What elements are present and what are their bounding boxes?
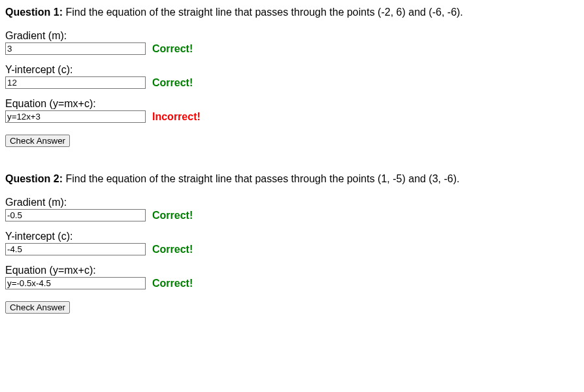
equation-feedback: Correct! bbox=[152, 278, 193, 289]
question-1-title: Question 1: Find the equation of the str… bbox=[5, 7, 579, 18]
gradient-field-group: Gradient (m): Correct! bbox=[5, 30, 579, 55]
equation-field-group: Equation (y=mx+c): Incorrect! bbox=[5, 98, 579, 123]
gradient-field-group: Gradient (m): Correct! bbox=[5, 197, 579, 221]
gradient-input[interactable] bbox=[5, 42, 146, 55]
intercept-field-group: Y-intercept (c): Correct! bbox=[5, 231, 579, 255]
gradient-feedback: Correct! bbox=[152, 43, 193, 55]
intercept-feedback: Correct! bbox=[152, 244, 193, 255]
equation-input[interactable] bbox=[5, 277, 146, 289]
equation-feedback: Incorrect! bbox=[152, 111, 201, 123]
gradient-input[interactable] bbox=[5, 209, 146, 221]
gradient-label: Gradient (m): bbox=[5, 30, 579, 42]
equation-input-row: Incorrect! bbox=[5, 110, 579, 123]
check-answer-button[interactable]: Check Answer bbox=[5, 135, 70, 147]
intercept-feedback: Correct! bbox=[152, 77, 193, 89]
gradient-input-row: Correct! bbox=[5, 42, 579, 55]
question-2-prompt: Find the equation of the straight line t… bbox=[63, 173, 459, 184]
equation-field-group: Equation (y=mx+c): Correct! bbox=[5, 265, 579, 289]
intercept-input[interactable] bbox=[5, 76, 146, 89]
question-1-label: Question 1: bbox=[5, 7, 63, 18]
intercept-input-row: Correct! bbox=[5, 243, 579, 255]
intercept-input-row: Correct! bbox=[5, 76, 579, 89]
intercept-label: Y-intercept (c): bbox=[5, 64, 579, 76]
question-1-prompt: Find the equation of the straight line t… bbox=[63, 7, 463, 18]
question-2-label: Question 2: bbox=[5, 173, 63, 184]
intercept-input[interactable] bbox=[5, 243, 146, 255]
gradient-feedback: Correct! bbox=[152, 210, 193, 221]
intercept-label: Y-intercept (c): bbox=[5, 231, 579, 242]
gradient-label: Gradient (m): bbox=[5, 197, 579, 208]
equation-input[interactable] bbox=[5, 110, 146, 123]
equation-label: Equation (y=mx+c): bbox=[5, 98, 579, 110]
question-1-block: Question 1: Find the equation of the str… bbox=[5, 7, 579, 147]
equation-input-row: Correct! bbox=[5, 277, 579, 289]
equation-label: Equation (y=mx+c): bbox=[5, 265, 579, 276]
intercept-field-group: Y-intercept (c): Correct! bbox=[5, 64, 579, 89]
gradient-input-row: Correct! bbox=[5, 209, 579, 221]
question-2-block: Question 2: Find the equation of the str… bbox=[5, 173, 579, 314]
question-2-title: Question 2: Find the equation of the str… bbox=[5, 173, 579, 185]
check-answer-button[interactable]: Check Answer bbox=[5, 301, 70, 314]
